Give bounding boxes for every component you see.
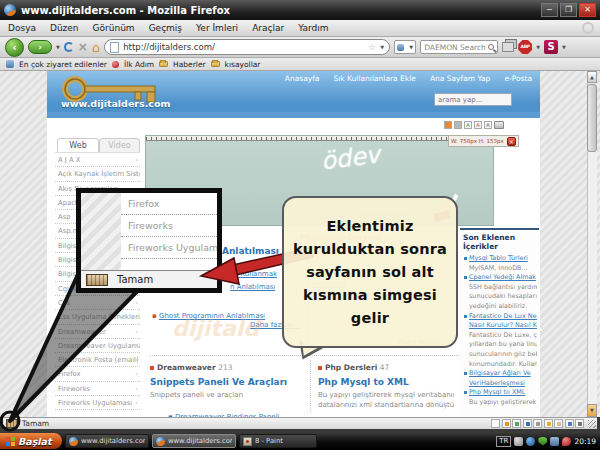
language-indicator[interactable]: TR (496, 436, 511, 447)
recent-line[interactable]: MyISAM, InnoDB... (463, 264, 537, 274)
site-nav-link[interactable]: Ana Sayfam Yap (430, 74, 491, 83)
engine-dropdown-icon[interactable]: ▼ (409, 44, 413, 50)
taskbar-task-firefox-2[interactable]: www.dijitalders.com -... (152, 434, 236, 448)
adblock-icon[interactable]: ABP (518, 40, 532, 54)
tab-web[interactable]: Web (57, 138, 99, 152)
scroll-down-icon[interactable]: ▼ (587, 404, 597, 417)
popup-menu-item[interactable]: Fireworks Uygulam (121, 237, 217, 259)
sidebar-menu-item[interactable]: Fireworks (55, 382, 140, 396)
save-icon[interactable] (523, 419, 532, 428)
bookmark-news[interactable]: Haberler (173, 60, 205, 69)
stylish-icon[interactable]: S (544, 40, 558, 54)
site-nav-link[interactable]: e-Posta (504, 74, 532, 83)
network-tray-icon[interactable] (526, 437, 535, 446)
article-link[interactable]: n Anlatılması (230, 283, 275, 291)
image-icon[interactable] (512, 419, 521, 428)
reload-icon[interactable] (544, 419, 553, 428)
monitor-tray-icon[interactable] (550, 437, 559, 446)
site-nav-link[interactable]: Sık Kullanılanlara Ekle (333, 74, 415, 83)
screenshot-icon[interactable] (502, 42, 514, 52)
minimize-button[interactable]: ─ (541, 3, 558, 17)
user-tray-icon[interactable] (514, 437, 523, 446)
recent-line[interactable]: Fantastico De Lux Nedir? (463, 312, 537, 322)
site-nav-link[interactable]: Anasayfa (285, 74, 320, 83)
sidebar-menu-item[interactable]: Fireworks Uygulaması (55, 396, 140, 410)
menu-item[interactable]: Araçlar (252, 23, 284, 33)
recent-line[interactable]: konumundadır. Kullanım ... (463, 360, 537, 370)
scrollbar-thumb[interactable] (587, 84, 597, 152)
sidebar-menu-item[interactable]: Dreamweaver Uygulamaları (55, 339, 140, 353)
mail-icon[interactable] (554, 419, 563, 428)
recent-line[interactable]: Fantastico De Luxe, çiltiği (463, 331, 537, 341)
sidebar-menu-item[interactable]: A J A X (55, 153, 140, 167)
layout-icon[interactable] (454, 121, 462, 129)
menu-item[interactable]: Görünüm (93, 23, 135, 33)
menu-item[interactable]: Düzen (50, 23, 79, 33)
recent-line[interactable]: Cpanel Yedeği Almak (463, 273, 537, 283)
recent-line[interactable]: yedeğini alabiliriz. (463, 302, 537, 312)
menu-item[interactable]: Dosya (8, 23, 36, 33)
site-search-input[interactable] (434, 93, 512, 106)
recent-line[interactable]: VeriHaberleşmesi (463, 379, 537, 389)
scroll-up-icon[interactable]: ▲ (587, 71, 597, 83)
popup-menu-item[interactable]: Fireworks (121, 215, 217, 237)
menu-item[interactable]: Yardım (298, 23, 328, 33)
start-button[interactable]: Başlat (0, 433, 62, 449)
addon-status-icon[interactable] (6, 419, 18, 428)
url-dropdown-icon[interactable]: ▼ (380, 44, 384, 50)
article-link[interactable]: ını Kullanmak (230, 270, 277, 278)
resize-grip[interactable] (588, 420, 596, 428)
font-decrease-icon[interactable]: A (474, 121, 482, 129)
recent-line[interactable]: sunucularının göz bebeği (463, 350, 537, 360)
search-box[interactable]: DAEMON Search (420, 40, 498, 54)
url-bar[interactable]: http://dijitalders.com/ ☆ ▼ (104, 39, 390, 55)
search-placeholder[interactable]: DAEMON Search (424, 43, 486, 52)
bookmark-star-icon[interactable]: ☆ (368, 42, 376, 52)
category-dreamweaver[interactable]: Dreamweaver 213 (150, 363, 233, 372)
forward-button[interactable]: › (28, 40, 52, 54)
adblock-dropdown-icon[interactable]: ▼ (536, 44, 540, 50)
font-reset-icon[interactable]: A (484, 121, 492, 129)
menu-item[interactable]: Yer İmleri (196, 23, 238, 33)
back-button[interactable]: ‹ (5, 38, 24, 57)
stop-icon[interactable]: × (78, 41, 88, 53)
edit-icon[interactable] (502, 419, 511, 428)
alert-tray-icon[interactable] (562, 437, 571, 446)
sidebar-menu-item[interactable]: Firefox (55, 367, 140, 381)
recent-line[interactable]: sunucudaki hesapların komple (463, 292, 537, 302)
sidebar-menu-item[interactable]: Elektronik Posta (email) (55, 353, 140, 367)
tab-video[interactable]: Video (99, 138, 140, 152)
recent-line[interactable]: SSH bağlantısı yardımı ile (463, 283, 537, 293)
bookmark-most-visited[interactable]: En çok ziyaret edilenler (19, 60, 107, 69)
popup-status-label[interactable]: Tamam (117, 274, 153, 285)
site-logo[interactable]: www.dijitalders.com (61, 98, 170, 109)
recent-line[interactable]: Bilgisayar Ağları Ve (463, 369, 537, 379)
highlight-icon[interactable] (444, 121, 452, 129)
article-title[interactable]: Php Mysql to XML (318, 377, 409, 387)
url-text[interactable]: http://dijitalders.com/ (123, 42, 215, 52)
article-title[interactable]: Snippets Paneli Ve Araçları (150, 377, 287, 387)
popup-menu-item[interactable]: Firefox (121, 193, 217, 215)
bookmark-first-step[interactable]: İlk Adım (124, 60, 154, 69)
pen-icon[interactable] (565, 419, 574, 428)
stylish-dropdown-icon[interactable]: ▼ (562, 44, 566, 50)
recent-line[interactable]: yıllardan bu yana linux (463, 340, 537, 350)
security-shield-icon[interactable] (538, 437, 547, 446)
print-icon[interactable] (494, 121, 504, 129)
taskbar-task-paint[interactable]: 8 - Paint (239, 434, 317, 448)
menu-item[interactable]: Geçmiş (149, 23, 182, 33)
recent-line[interactable]: Nasıl Kurulur? Nasıl Kald.. (463, 321, 537, 331)
recent-line[interactable]: Bu yapıyı geliştirerek mysql (463, 398, 537, 408)
font-increase-icon[interactable]: A (464, 121, 472, 129)
sidebar-menu-item[interactable]: Açık Kaynak İşletim Sistemleri (55, 167, 140, 181)
taskbar-task-firefox-1[interactable]: www.dijitalders.com -... (65, 434, 149, 448)
maximize-button[interactable]: ❐ (560, 3, 577, 17)
home-icon[interactable]: ⌂ (92, 41, 100, 54)
sidebar-menu-item[interactable]: Css Uygulama Örnekleri (55, 310, 140, 324)
print-small-icon[interactable] (533, 419, 542, 428)
search-engine-select[interactable]: ▼ (394, 40, 416, 54)
new-page-icon[interactable] (491, 419, 500, 428)
sidebar-menu-item[interactable]: Css (55, 296, 140, 310)
recent-line[interactable]: Php Mysql to XML (463, 388, 537, 398)
close-button[interactable]: ✕ (579, 3, 596, 17)
